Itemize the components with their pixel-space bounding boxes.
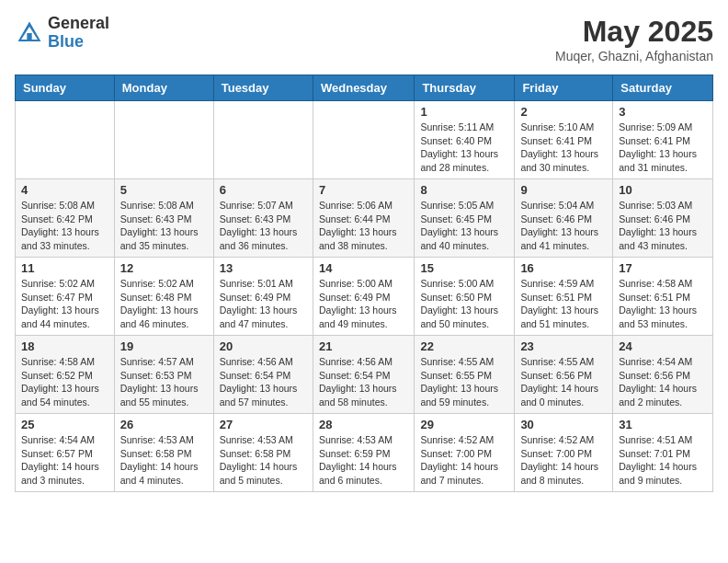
day-number: 1 <box>420 105 508 119</box>
day-number: 25 <box>21 418 108 431</box>
calendar-cell: 5Sunrise: 5:08 AM Sunset: 6:43 PM Daylig… <box>114 179 213 258</box>
day-number: 26 <box>120 418 208 431</box>
day-number: 24 <box>619 339 707 353</box>
day-number: 17 <box>619 261 707 275</box>
day-info: Sunrise: 4:55 AM Sunset: 6:56 PM Dayligh… <box>520 355 607 409</box>
calendar-cell: 7Sunrise: 5:06 AM Sunset: 6:44 PM Daylig… <box>313 179 414 258</box>
calendar-cell: 25Sunrise: 4:54 AM Sunset: 6:57 PM Dayli… <box>16 414 115 492</box>
day-info: Sunrise: 4:51 AM Sunset: 7:01 PM Dayligh… <box>619 433 707 488</box>
calendar-day-header: Tuesday <box>213 75 313 101</box>
day-number: 2 <box>520 105 607 119</box>
day-number: 7 <box>319 183 408 197</box>
calendar-cell: 23Sunrise: 4:55 AM Sunset: 6:56 PM Dayli… <box>515 336 613 414</box>
day-info: Sunrise: 4:53 AM Sunset: 6:58 PM Dayligh… <box>220 433 307 488</box>
day-info: Sunrise: 4:56 AM Sunset: 6:54 PM Dayligh… <box>220 355 307 409</box>
calendar-cell: 20Sunrise: 4:56 AM Sunset: 6:54 PM Dayli… <box>213 336 313 414</box>
calendar-cell: 11Sunrise: 5:02 AM Sunset: 6:47 PM Dayli… <box>16 258 115 336</box>
calendar-cell <box>313 101 414 179</box>
title-block: May 2025 Muqer, Ghazni, Afghanistan <box>555 15 713 63</box>
calendar-table: SundayMondayTuesdayWednesdayThursdayFrid… <box>15 75 713 492</box>
calendar-day-header: Friday <box>515 75 613 101</box>
calendar-cell: 30Sunrise: 4:52 AM Sunset: 7:00 PM Dayli… <box>515 414 613 492</box>
calendar-cell <box>16 101 115 179</box>
day-info: Sunrise: 4:56 AM Sunset: 6:54 PM Dayligh… <box>319 355 408 409</box>
day-number: 22 <box>420 339 508 353</box>
calendar-week-row: 25Sunrise: 4:54 AM Sunset: 6:57 PM Dayli… <box>16 414 713 492</box>
location: Muqer, Ghazni, Afghanistan <box>555 49 713 63</box>
day-number: 15 <box>420 261 508 275</box>
day-number: 28 <box>319 418 408 431</box>
calendar-week-row: 11Sunrise: 5:02 AM Sunset: 6:47 PM Dayli… <box>16 258 713 336</box>
day-info: Sunrise: 5:10 AM Sunset: 6:41 PM Dayligh… <box>520 121 607 175</box>
day-number: 10 <box>619 183 707 197</box>
calendar-cell: 27Sunrise: 4:53 AM Sunset: 6:58 PM Dayli… <box>213 414 313 492</box>
calendar-cell: 9Sunrise: 5:04 AM Sunset: 6:46 PM Daylig… <box>515 179 613 258</box>
day-info: Sunrise: 4:57 AM Sunset: 6:53 PM Dayligh… <box>120 355 208 409</box>
calendar-cell: 2Sunrise: 5:10 AM Sunset: 6:41 PM Daylig… <box>515 101 613 179</box>
day-number: 13 <box>220 261 307 275</box>
day-info: Sunrise: 5:00 AM Sunset: 6:50 PM Dayligh… <box>420 277 508 331</box>
day-number: 21 <box>319 339 408 353</box>
calendar-cell: 1Sunrise: 5:11 AM Sunset: 6:40 PM Daylig… <box>415 101 515 179</box>
day-number: 4 <box>21 183 108 197</box>
day-number: 3 <box>619 105 707 119</box>
day-info: Sunrise: 4:58 AM Sunset: 6:51 PM Dayligh… <box>619 277 707 331</box>
day-number: 31 <box>619 418 707 431</box>
day-number: 18 <box>21 339 108 353</box>
calendar-cell: 14Sunrise: 5:00 AM Sunset: 6:49 PM Dayli… <box>313 258 414 336</box>
calendar-week-row: 18Sunrise: 4:58 AM Sunset: 6:52 PM Dayli… <box>16 336 713 414</box>
calendar-cell <box>114 101 213 179</box>
day-number: 6 <box>220 183 307 197</box>
day-number: 30 <box>520 418 607 431</box>
day-info: Sunrise: 5:02 AM Sunset: 6:47 PM Dayligh… <box>21 277 108 331</box>
day-info: Sunrise: 5:05 AM Sunset: 6:45 PM Dayligh… <box>420 199 508 253</box>
calendar-cell: 18Sunrise: 4:58 AM Sunset: 6:52 PM Dayli… <box>16 336 115 414</box>
calendar-day-header: Wednesday <box>313 75 414 101</box>
logo-text: General Blue <box>48 15 109 52</box>
calendar-cell: 31Sunrise: 4:51 AM Sunset: 7:01 PM Dayli… <box>613 414 713 492</box>
logo-blue: Blue <box>48 33 109 52</box>
day-info: Sunrise: 4:55 AM Sunset: 6:55 PM Dayligh… <box>420 355 508 409</box>
calendar-cell: 6Sunrise: 5:07 AM Sunset: 6:43 PM Daylig… <box>213 179 313 258</box>
day-info: Sunrise: 4:53 AM Sunset: 6:58 PM Dayligh… <box>120 433 208 488</box>
logo-general: General <box>48 15 109 33</box>
day-number: 8 <box>420 183 508 197</box>
day-info: Sunrise: 4:54 AM Sunset: 6:57 PM Dayligh… <box>21 433 108 488</box>
calendar-day-header: Monday <box>114 75 213 101</box>
calendar-day-header: Thursday <box>415 75 515 101</box>
day-number: 14 <box>319 261 408 275</box>
calendar-cell: 19Sunrise: 4:57 AM Sunset: 6:53 PM Dayli… <box>114 336 213 414</box>
day-info: Sunrise: 4:59 AM Sunset: 6:51 PM Dayligh… <box>520 277 607 331</box>
day-number: 19 <box>120 339 208 353</box>
day-number: 27 <box>220 418 307 431</box>
day-number: 16 <box>520 261 607 275</box>
calendar-header-row: SundayMondayTuesdayWednesdayThursdayFrid… <box>16 75 713 101</box>
day-number: 23 <box>520 339 607 353</box>
calendar-week-row: 1Sunrise: 5:11 AM Sunset: 6:40 PM Daylig… <box>16 101 713 179</box>
calendar-cell: 10Sunrise: 5:03 AM Sunset: 6:46 PM Dayli… <box>613 179 713 258</box>
calendar-cell: 8Sunrise: 5:05 AM Sunset: 6:45 PM Daylig… <box>415 179 515 258</box>
day-number: 12 <box>120 261 208 275</box>
day-info: Sunrise: 5:11 AM Sunset: 6:40 PM Dayligh… <box>420 121 508 175</box>
calendar-cell: 21Sunrise: 4:56 AM Sunset: 6:54 PM Dayli… <box>313 336 414 414</box>
calendar-cell: 28Sunrise: 4:53 AM Sunset: 6:59 PM Dayli… <box>313 414 414 492</box>
calendar-cell: 29Sunrise: 4:52 AM Sunset: 7:00 PM Dayli… <box>415 414 515 492</box>
calendar-cell: 26Sunrise: 4:53 AM Sunset: 6:58 PM Dayli… <box>114 414 213 492</box>
day-info: Sunrise: 5:08 AM Sunset: 6:43 PM Dayligh… <box>120 199 208 253</box>
day-info: Sunrise: 4:54 AM Sunset: 6:56 PM Dayligh… <box>619 355 707 409</box>
day-info: Sunrise: 5:08 AM Sunset: 6:42 PM Dayligh… <box>21 199 108 253</box>
calendar-week-row: 4Sunrise: 5:08 AM Sunset: 6:42 PM Daylig… <box>16 179 713 258</box>
calendar-cell: 4Sunrise: 5:08 AM Sunset: 6:42 PM Daylig… <box>16 179 115 258</box>
calendar-cell: 12Sunrise: 5:02 AM Sunset: 6:48 PM Dayli… <box>114 258 213 336</box>
calendar-day-header: Sunday <box>16 75 115 101</box>
calendar-cell: 3Sunrise: 5:09 AM Sunset: 6:41 PM Daylig… <box>613 101 713 179</box>
day-info: Sunrise: 5:03 AM Sunset: 6:46 PM Dayligh… <box>619 199 707 253</box>
day-info: Sunrise: 5:06 AM Sunset: 6:44 PM Dayligh… <box>319 199 408 253</box>
svg-rect-2 <box>27 33 31 40</box>
calendar-day-header: Saturday <box>613 75 713 101</box>
day-number: 9 <box>520 183 607 197</box>
calendar-cell: 16Sunrise: 4:59 AM Sunset: 6:51 PM Dayli… <box>515 258 613 336</box>
day-info: Sunrise: 5:04 AM Sunset: 6:46 PM Dayligh… <box>520 199 607 253</box>
day-info: Sunrise: 4:52 AM Sunset: 7:00 PM Dayligh… <box>420 433 508 488</box>
calendar-cell <box>213 101 313 179</box>
